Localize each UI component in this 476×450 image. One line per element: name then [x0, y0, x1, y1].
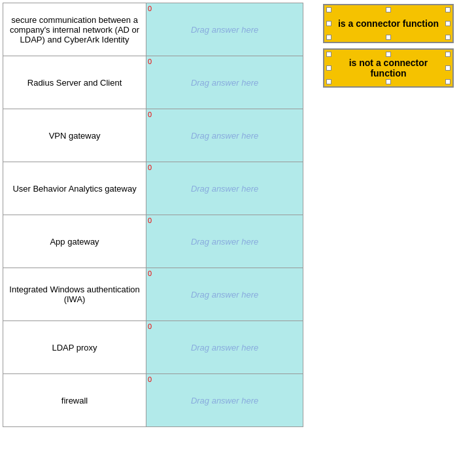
resize-handle [326, 7, 332, 12]
drop-placeholder-6: Drag answer here [191, 290, 258, 300]
row-label-3: VPN gateway [3, 109, 146, 162]
drop-placeholder-4: Drag answer here [191, 184, 258, 194]
row-label-5: App gateway [3, 215, 146, 268]
resize-handle [326, 79, 332, 84]
drop-zone-8[interactable]: 0Drag answer here [146, 374, 303, 426]
row-label-1: secure communication between a company's… [3, 3, 146, 56]
main-container: secure communication between a company's… [0, 0, 476, 430]
resize-handle [326, 52, 332, 57]
drop-zone-4[interactable]: 0Drag answer here [146, 162, 303, 215]
answer-card-1[interactable]: is a connector function [323, 4, 454, 43]
rows-column: secure communication between a company's… [3, 3, 303, 427]
drop-placeholder-3: Drag answer here [191, 131, 258, 141]
resize-handle [386, 52, 391, 57]
row-label-4: User Behavior Analytics gateway [3, 162, 146, 215]
answer-text-2: is not a connector function [331, 58, 446, 78]
resize-handle [386, 7, 391, 12]
answers-column: is a connector functionis not a connecto… [323, 3, 454, 427]
row-label-8: firewall [3, 374, 146, 426]
drop-zone-6[interactable]: 0Drag answer here [146, 268, 303, 320]
resize-handle [445, 21, 450, 26]
resize-handle [445, 7, 450, 12]
drag-row-5: App gateway0Drag answer here [3, 215, 303, 268]
drop-zone-1[interactable]: 0Drag answer here [146, 3, 303, 56]
drag-row-4: User Behavior Analytics gateway0Drag ans… [3, 162, 303, 215]
drop-zone-5[interactable]: 0Drag answer here [146, 215, 303, 268]
answer-card-2[interactable]: is not a connector function [323, 48, 454, 88]
drop-placeholder-2: Drag answer here [191, 78, 258, 88]
drop-placeholder-1: Drag answer here [191, 25, 258, 35]
answer-text-1: is a connector function [338, 18, 439, 29]
drop-zone-7[interactable]: 0Drag answer here [146, 321, 303, 373]
drop-counter-8: 0 [148, 375, 152, 383]
row-label-6: Integrated Windows authentication (IWA) [3, 268, 146, 320]
drop-counter-7: 0 [148, 322, 152, 330]
drag-row-2: Radius Server and Client0Drag answer her… [3, 56, 303, 109]
drop-counter-4: 0 [148, 164, 152, 171]
drop-zone-3[interactable]: 0Drag answer here [146, 109, 303, 162]
drag-row-8: firewall0Drag answer here [3, 374, 303, 427]
drop-counter-3: 0 [148, 111, 152, 118]
resize-handle [326, 21, 332, 26]
resize-handle [445, 65, 450, 71]
drag-row-3: VPN gateway0Drag answer here [3, 109, 303, 162]
resize-handle [445, 52, 450, 57]
drop-zone-2[interactable]: 0Drag answer here [146, 56, 303, 109]
drag-row-7: LDAP proxy0Drag answer here [3, 321, 303, 374]
drop-counter-1: 0 [148, 5, 152, 12]
resize-handle [386, 35, 391, 40]
drop-placeholder-7: Drag answer here [191, 343, 258, 353]
drop-counter-6: 0 [148, 269, 152, 277]
resize-handle [445, 79, 450, 84]
drag-row-1: secure communication between a company's… [3, 3, 303, 56]
resize-handle [326, 35, 332, 40]
drag-row-6: Integrated Windows authentication (IWA)0… [3, 268, 303, 321]
drop-counter-2: 0 [148, 58, 152, 65]
row-label-2: Radius Server and Client [3, 56, 146, 109]
resize-handle [326, 65, 332, 71]
resize-handle [386, 79, 391, 84]
drop-placeholder-8: Drag answer here [191, 396, 258, 406]
drop-counter-5: 0 [148, 216, 152, 224]
drop-placeholder-5: Drag answer here [191, 237, 258, 247]
resize-handle [445, 35, 450, 40]
row-label-7: LDAP proxy [3, 321, 146, 373]
